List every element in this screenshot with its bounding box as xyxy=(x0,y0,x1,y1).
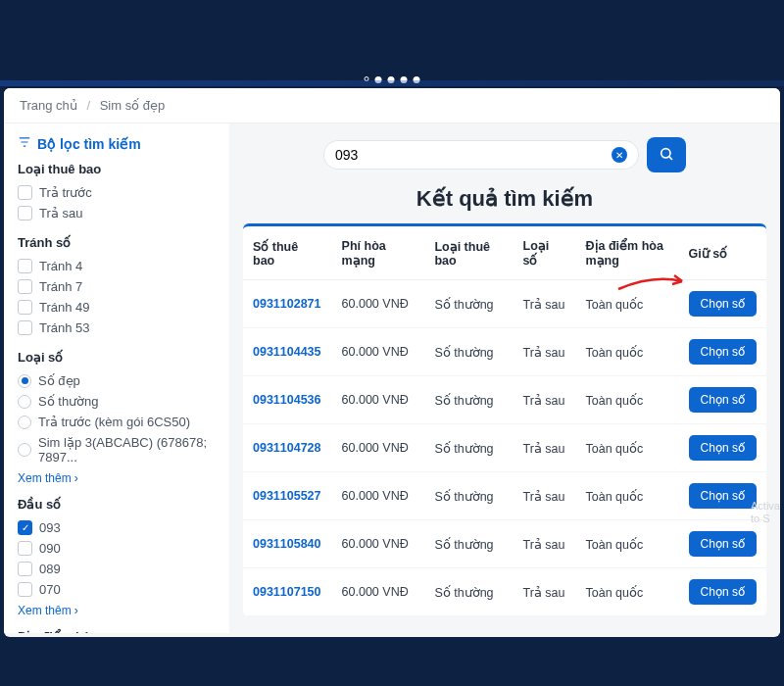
see-more-label: Xem thêm xyxy=(18,471,72,485)
choose-button[interactable]: Chọn số xyxy=(689,291,757,317)
filter-option[interactable]: Trả trước (kèm gói 6CS50) xyxy=(18,412,216,432)
checkbox[interactable] xyxy=(18,541,32,556)
filter-group-numtype: Loại số Số đẹp Số thường Trả trước (kèm … xyxy=(18,350,216,485)
cell-action: Chọn số xyxy=(679,424,766,472)
option-label: Số đẹp xyxy=(38,373,80,388)
filter-option[interactable]: Tránh 4 xyxy=(18,256,216,276)
cell-action: Chọn số xyxy=(679,328,766,376)
search-input-wrap[interactable]: ✕ xyxy=(323,140,639,170)
choose-button[interactable]: Chọn số xyxy=(689,339,757,365)
group-title: Loại thuê bao xyxy=(18,162,216,176)
filter-option[interactable]: Sim lặp 3(ABCABC) (678678; 7897... xyxy=(18,432,216,467)
checkbox[interactable] xyxy=(18,582,32,597)
breadcrumb-separator: / xyxy=(86,98,90,113)
option-label: Tránh 7 xyxy=(39,279,82,294)
clear-icon[interactable]: ✕ xyxy=(612,147,627,163)
filter-title: Bộ lọc tìm kiếm xyxy=(18,135,216,152)
cell-type: Số thường xyxy=(424,424,513,472)
filter-group-location: Địa điểm hòa mạng xyxy=(18,629,216,633)
choose-button[interactable]: Chọn số xyxy=(689,531,757,557)
cell-loc: Toàn quốc xyxy=(575,520,678,568)
radio[interactable] xyxy=(18,395,31,409)
cell-sub: Trả sau xyxy=(514,568,576,616)
cell-action: Chọn số xyxy=(679,520,766,568)
option-label: Trả trước xyxy=(39,185,92,200)
checkbox[interactable] xyxy=(18,320,32,335)
watermark: Activa to S xyxy=(751,500,780,525)
cell-phone[interactable]: 0931105840 xyxy=(243,520,332,568)
filter-icon xyxy=(18,135,31,152)
option-label: 090 xyxy=(39,541,61,556)
filter-option[interactable]: Tránh 49 xyxy=(18,297,216,318)
watermark-line: to S xyxy=(751,513,780,525)
cell-phone[interactable]: 0931104435 xyxy=(243,328,332,376)
filter-sidebar: Bộ lọc tìm kiếm Loại thuê bao Trả trước … xyxy=(4,123,229,633)
cell-loc: Toàn quốc xyxy=(575,424,678,472)
cell-phone[interactable]: 0931105527 xyxy=(243,472,332,520)
option-label: Số thường xyxy=(38,394,99,409)
cell-fee: 60.000 VNĐ xyxy=(332,424,425,472)
breadcrumb-home[interactable]: Trang chủ xyxy=(20,98,77,113)
see-more-link[interactable]: Xem thêm› xyxy=(18,604,216,617)
group-title: Đầu số xyxy=(18,497,216,512)
filter-option[interactable]: Số đẹp xyxy=(18,370,216,391)
cell-type: Số thường xyxy=(424,328,513,376)
cell-fee: 60.000 VNĐ xyxy=(332,520,425,568)
filter-option[interactable]: 070 xyxy=(18,579,216,600)
filter-option[interactable]: Trả sau xyxy=(18,203,216,223)
choose-button[interactable]: Chọn số xyxy=(689,579,757,605)
col-type: Loại thuê bao xyxy=(424,226,513,280)
filter-option[interactable]: Trả trước xyxy=(18,182,216,203)
table-row: 093110453660.000 VNĐSố thườngTrả sauToàn… xyxy=(243,376,766,424)
filter-option[interactable]: 093 xyxy=(18,517,216,538)
cell-loc: Toàn quốc xyxy=(575,472,678,520)
checkbox[interactable] xyxy=(18,300,32,315)
radio[interactable] xyxy=(18,443,31,457)
choose-button[interactable]: Chọn số xyxy=(689,387,757,413)
checkbox[interactable] xyxy=(18,206,32,220)
filter-option[interactable]: Tránh 7 xyxy=(18,276,216,297)
see-more-link[interactable]: Xem thêm› xyxy=(18,471,216,485)
page-header xyxy=(0,0,784,88)
option-label: 089 xyxy=(39,562,61,576)
table-row: 093110584060.000 VNĐSố thườngTrả sauToàn… xyxy=(243,520,766,568)
svg-point-0 xyxy=(662,148,670,157)
filter-option[interactable]: 090 xyxy=(18,538,216,559)
option-label: 070 xyxy=(39,582,61,597)
main-content: ✕ Kết quả tìm kiếm Số thuê bao Phí hòa m… xyxy=(229,123,780,633)
cell-phone[interactable]: 0931102871 xyxy=(243,280,332,328)
cell-type: Số thường xyxy=(424,568,513,616)
col-phone: Số thuê bao xyxy=(243,226,332,280)
choose-button[interactable]: Chọn số xyxy=(689,483,757,509)
cell-phone[interactable]: 0931104536 xyxy=(243,376,332,424)
cell-phone[interactable]: 0931104728 xyxy=(243,424,332,472)
option-label: Tránh 53 xyxy=(39,320,90,335)
option-label: Tránh 4 xyxy=(39,259,82,273)
table-row: 093110472860.000 VNĐSố thườngTrả sauToàn… xyxy=(243,424,766,472)
radio[interactable] xyxy=(18,374,31,388)
checkbox[interactable] xyxy=(18,185,32,200)
checkbox[interactable] xyxy=(18,259,32,273)
results-table-card: Số thuê bao Phí hòa mạng Loại thuê bao L… xyxy=(243,223,766,616)
filter-option[interactable]: Số thường xyxy=(18,391,216,412)
checkbox[interactable] xyxy=(18,520,32,535)
radio[interactable] xyxy=(18,416,31,429)
cell-type: Số thường xyxy=(424,520,513,568)
cell-phone[interactable]: 0931107150 xyxy=(243,568,332,616)
choose-button[interactable]: Chọn số xyxy=(689,435,757,461)
chevron-right-icon: › xyxy=(74,471,78,485)
table-row: 093110287160.000 VNĐSố thườngTrả sauToàn… xyxy=(243,280,766,328)
filter-title-text: Bộ lọc tìm kiếm xyxy=(37,136,141,152)
results-table: Số thuê bao Phí hòa mạng Loại thuê bao L… xyxy=(243,226,766,616)
breadcrumb-current: Sim số đẹp xyxy=(100,98,166,113)
checkbox[interactable] xyxy=(18,279,32,294)
cell-fee: 60.000 VNĐ xyxy=(332,568,425,616)
checkbox[interactable] xyxy=(18,562,32,576)
filter-option[interactable]: 089 xyxy=(18,559,216,579)
search-button[interactable] xyxy=(647,137,686,172)
search-input[interactable] xyxy=(335,147,612,163)
filter-group-avoid: Tránh số Tránh 4 Tránh 7 Tránh 49 Tránh … xyxy=(18,235,216,338)
table-row: 093110552760.000 VNĐSố thườngTrả sauToàn… xyxy=(243,472,766,520)
cell-loc: Toàn quốc xyxy=(575,280,678,328)
filter-option[interactable]: Tránh 53 xyxy=(18,318,216,338)
